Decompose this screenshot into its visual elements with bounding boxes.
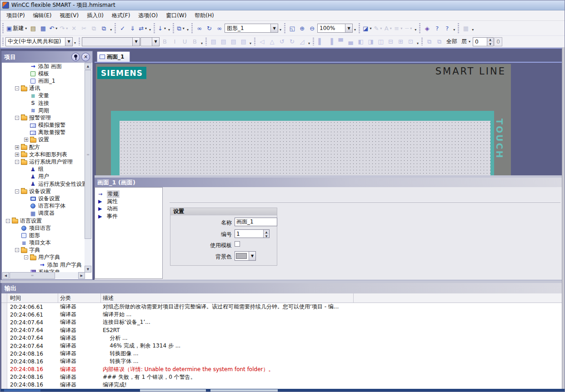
delete-button[interactable]: ✕ [69,23,79,33]
toolbar-grip[interactable] [154,23,155,33]
screen-number-input[interactable] [235,230,263,238]
paste-format-button[interactable]: ⧉▾ [176,23,185,33]
toolbar-overflow[interactable]: ▾ [308,41,310,45]
rotate-left-button[interactable]: ↺ [277,37,287,47]
output-row[interactable]: 20:24:08.16编译器内部错误（详情: Unable to determi… [1,366,565,373]
align-text-center-button[interactable]: ▤ [219,37,228,47]
find-button[interactable]: ∞ [195,23,204,33]
tree-item[interactable]: -字典 [2,247,85,254]
align-text-justify-button[interactable]: ▤ [239,37,248,47]
output-row[interactable]: 20:24:07.64编译器ES2RT [1,327,565,334]
screen-work-area[interactable] [120,121,490,175]
chevron-down-icon[interactable]: ▼ [132,38,140,46]
toolbar-overflow[interactable]: ▾ [74,41,76,45]
tree-item[interactable]: +文本和图形列表 [2,151,85,158]
tree-item[interactable]: ▦调度器 [2,210,85,217]
fill-color-button[interactable]: ◪▾ [362,23,372,33]
toolbar-grip[interactable] [284,23,285,33]
scroll-left-icon[interactable]: ◀ [2,272,9,279]
toolbar-overflow[interactable]: ▾ [201,41,203,45]
tree-expander[interactable]: - [6,219,10,223]
tree-item[interactable]: ≋周期 [2,107,85,114]
tree-item[interactable]: ♟组 [2,166,85,173]
chevron-down-icon[interactable]: ▼ [65,38,72,46]
align-text-right-button[interactable]: ▤ [229,37,238,47]
center-vertical-button[interactable]: ◨ [366,37,375,47]
tree-expander[interactable]: - [15,189,19,194]
toolbar-grip[interactable] [205,38,207,46]
toolbar-overflow[interactable]: ▾ [168,28,170,32]
tree-item[interactable]: 模板 [2,70,85,77]
zoom-area-button[interactable]: ◱ [287,23,297,33]
align-text-left-button[interactable]: ▤ [209,37,218,47]
screen-name-input[interactable] [235,218,277,226]
tree-item[interactable]: 画面_1 [2,77,85,84]
toolbar-grip[interactable] [359,23,360,33]
tree-item[interactable]: +设置 [2,136,85,144]
zoom-out-button[interactable]: ⊖ [307,23,317,33]
scroll-right-icon[interactable]: ▶ [78,272,85,279]
toolbar-overflow[interactable]: ▾ [110,28,112,32]
align-top-button[interactable]: ▀ [336,37,345,47]
space-horizontal-button[interactable]: ◫ [376,37,385,47]
font-family-combo[interactable]: ▼ [82,37,140,46]
toolbar-grip[interactable] [115,23,116,33]
flip-horizontal-button[interactable]: ◁ [257,37,267,47]
toolbar-grip[interactable] [79,38,80,46]
spinner-arrows[interactable]: ▲▼ [487,38,493,46]
rotate-180-button[interactable]: ◿ [297,37,307,47]
menu-project[interactable]: 项目(P) [2,10,29,21]
scroll-up-icon[interactable]: ▲ [85,63,91,69]
chevron-down-icon[interactable]: ▾ [370,26,371,30]
screen-editor-canvas[interactable]: SIEMENS SMART LINE TOUCH [95,64,563,175]
align-bottom-button[interactable]: ▄ [346,37,355,47]
undo-button[interactable]: ↶▾ [48,23,58,33]
chevron-down-icon[interactable]: ▾ [55,26,57,30]
toolbar-overflow[interactable]: ▾ [187,28,189,32]
strike-button[interactable]: B [190,37,200,47]
layers-all-toggle[interactable]: 全部 [445,38,459,45]
toolbar-overflow[interactable]: ▾ [280,28,281,32]
line-width-button[interactable]: ≡▾ [393,23,403,33]
tree-item[interactable]: ≡项目文本 [2,239,85,247]
tree-vscroll-thumb[interactable]: ≡ [85,70,91,239]
align-right-button[interactable]: ▐ [326,37,335,47]
toolbar-grip[interactable] [419,23,420,33]
tree-item[interactable]: ♟用户 [2,173,85,180]
line-style-button[interactable]: ┄▾ [404,23,413,33]
underline-button[interactable]: U [180,37,190,47]
transfer-button[interactable]: ⇄▾ [138,23,148,33]
tree-expander[interactable]: - [24,255,28,259]
layer-menu[interactable]: 层▾ [460,38,472,45]
prop-tab-属性[interactable]: ▶属性 [95,198,162,205]
column-description[interactable]: 描述 [101,293,354,303]
chevron-down-icon[interactable]: ▾ [183,26,185,30]
pin-button[interactable] [71,53,80,61]
chevron-down-icon[interactable]: ▾ [390,26,392,30]
tree-item[interactable]: →添加 用户字典 [2,261,85,268]
toolbar-grip[interactable] [313,38,314,46]
output-row[interactable]: 20:24:06.61编译器对组态所做的改动需要对项目进行完整编译。该过程可能需… [1,303,565,311]
tree-item[interactable]: ≡变量 [2,92,85,99]
menu-edit[interactable]: 编辑(E) [29,10,56,21]
toolbar-overflow[interactable]: ▾ [250,41,251,45]
center-horizontal-button[interactable]: ◧ [356,37,365,47]
tree-item[interactable]: -语言设置 [2,217,85,224]
help-book-button[interactable]: ◈ [422,23,432,33]
help-search-button[interactable]: ? [442,23,452,33]
copy-button[interactable]: ⧉ [89,23,99,33]
tree-hscroll-thumb[interactable]: ≡ [10,272,55,279]
italic-button[interactable]: I [170,37,180,47]
layer-number-spinner[interactable]: 0▲▼ [473,37,494,46]
tree-item[interactable]: 图形 [2,232,85,239]
chevron-down-icon[interactable]: ▾ [400,26,402,30]
output-row[interactable]: 20:24:07.64编译器连接目标‘设备_1’... [1,318,565,326]
tree-item[interactable]: -通讯 [2,85,85,92]
spin-down-icon[interactable]: ▼ [264,234,269,238]
tree-item[interactable]: +配方 [2,144,85,151]
tab-screen-1[interactable]: 画面_1 [97,51,130,62]
chevron-down-icon[interactable]: ▾ [164,26,166,30]
output-row[interactable]: 20:24:08.16编译器 转换字体 ... [1,357,565,365]
menu-help[interactable]: 帮助(H) [190,10,218,21]
chevron-down-icon[interactable]: ▼ [152,38,159,46]
